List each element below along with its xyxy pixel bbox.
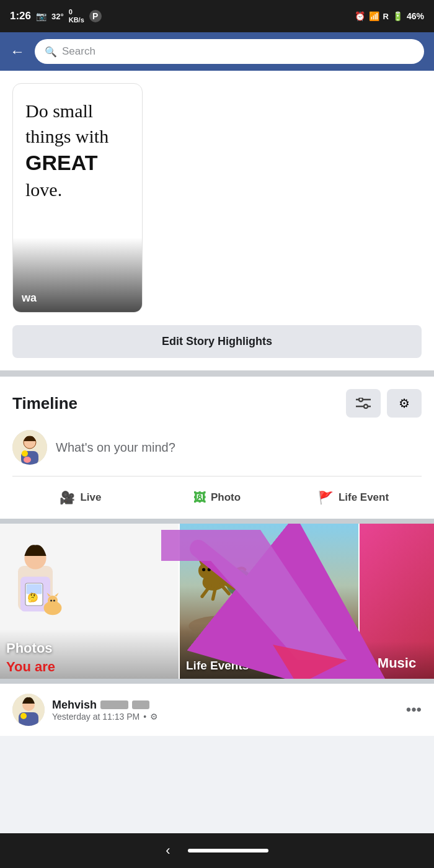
svg-point-28 bbox=[208, 568, 211, 571]
gear-icon: ⚙ bbox=[399, 396, 410, 411]
timeline-controls: ⚙ bbox=[346, 389, 422, 418]
timeline-header: Timeline ⚙ bbox=[12, 389, 422, 418]
battery-level: 46% bbox=[407, 11, 424, 21]
redacted-name-1 bbox=[100, 700, 128, 709]
more-options-button[interactable]: ••• bbox=[406, 701, 422, 718]
status-left: 1:26 📷 32° 0KB/s P bbox=[10, 8, 102, 24]
header: ← 🔍 Search bbox=[0, 32, 434, 71]
edit-highlights-button[interactable]: Edit Story Highlights bbox=[12, 325, 422, 358]
story-image-area: Do smallthings withGREAT love. wa bbox=[13, 84, 142, 312]
section-divider-1 bbox=[0, 370, 434, 377]
bottom-nav-bar: ‹ bbox=[0, 833, 434, 868]
timeline-section: Timeline ⚙ bbox=[0, 377, 434, 519]
battery-icon: 🔋 bbox=[392, 11, 403, 21]
svg-point-9 bbox=[24, 457, 31, 463]
post-preview: Mehvish Yesterday at 11:13 PM • ⚙ ••• bbox=[0, 684, 434, 736]
back-button[interactable]: ← bbox=[10, 43, 25, 60]
temp-display: 32° bbox=[51, 12, 64, 21]
svg-point-7 bbox=[22, 450, 28, 457]
p-icon: P bbox=[89, 10, 102, 22]
camera-icon: 📷 bbox=[36, 11, 46, 21]
story-card[interactable]: Do smallthings withGREAT love. wa bbox=[12, 83, 143, 313]
you-are-text: You are bbox=[6, 659, 55, 675]
user-avatar bbox=[12, 430, 47, 465]
signal-icon: R bbox=[383, 12, 389, 21]
svg-point-27 bbox=[202, 568, 205, 571]
post-author-avatar bbox=[12, 694, 45, 726]
action-buttons: 🎥 Live 🖼 Photo 🚩 Life Event bbox=[12, 477, 422, 519]
search-icon: 🔍 bbox=[45, 46, 57, 58]
search-bar[interactable]: 🔍 Search bbox=[35, 39, 424, 64]
settings-button[interactable]: ⚙ bbox=[387, 389, 422, 418]
live-icon: 🎥 bbox=[60, 490, 75, 505]
whats-on-mind-text: What's on your mind? bbox=[56, 441, 175, 455]
story-label: wa bbox=[22, 292, 37, 305]
status-bar: 1:26 📷 32° 0KB/s P ⏰ 📶 R 🔋 46% bbox=[0, 0, 434, 32]
story-text: Do smallthings withGREAT love. bbox=[13, 84, 142, 202]
timeline-title: Timeline bbox=[12, 394, 78, 413]
search-placeholder: Search bbox=[62, 45, 95, 58]
svg-point-3 bbox=[364, 405, 368, 408]
photos-label: Photos bbox=[6, 640, 53, 656]
svg-point-19 bbox=[53, 599, 55, 601]
svg-point-39 bbox=[20, 713, 27, 719]
whats-on-mind[interactable]: What's on your mind? bbox=[12, 430, 422, 477]
home-indicator[interactable] bbox=[188, 849, 268, 852]
photos-card-bg: 🤔 Photos You are bbox=[0, 524, 179, 679]
svg-text:🤔: 🤔 bbox=[27, 592, 38, 603]
section-divider-2 bbox=[0, 519, 434, 524]
live-button[interactable]: 🎥 Live bbox=[12, 484, 149, 511]
post-meta: Yesterday at 11:13 PM • ⚙ bbox=[52, 712, 158, 722]
section-divider-3 bbox=[0, 679, 434, 684]
life-event-button[interactable]: 🚩 Life Event bbox=[285, 484, 422, 511]
music-highlight[interactable]: Music bbox=[360, 524, 434, 679]
live-label: Live bbox=[80, 491, 101, 504]
photo-button[interactable]: 🖼 Photo bbox=[149, 485, 285, 511]
status-time: 1:26 bbox=[10, 10, 31, 22]
system-back-button[interactable]: ‹ bbox=[166, 843, 170, 859]
photos-highlight[interactable]: 🤔 Photos You are bbox=[0, 524, 180, 679]
svg-marker-26 bbox=[210, 557, 215, 564]
cat-card-bg: If you have crazy friends You have every… bbox=[180, 524, 358, 679]
post-author-name: Mehvish bbox=[52, 699, 158, 712]
life-events-label: Life Events bbox=[186, 659, 249, 673]
filter-button[interactable] bbox=[346, 389, 381, 418]
music-label: Music bbox=[360, 655, 434, 671]
post-gear-icon: ⚙ bbox=[150, 712, 158, 722]
svg-point-24 bbox=[198, 563, 215, 579]
svg-point-1 bbox=[359, 398, 363, 401]
svg-point-17 bbox=[48, 596, 58, 606]
post-user: Mehvish Yesterday at 11:13 PM • ⚙ bbox=[12, 694, 158, 726]
photo-icon: 🖼 bbox=[193, 491, 206, 505]
life-event-icon: 🚩 bbox=[318, 490, 334, 505]
photo-label: Photo bbox=[211, 491, 241, 504]
life-event-label: Life Event bbox=[339, 491, 389, 504]
data-speed: 0KB/s bbox=[69, 8, 84, 24]
music-card-bg: Music bbox=[360, 524, 434, 679]
life-events-highlight[interactable]: If you have crazy friends You have every… bbox=[180, 524, 360, 679]
svg-point-18 bbox=[50, 599, 52, 601]
post-info: Mehvish Yesterday at 11:13 PM • ⚙ bbox=[52, 699, 158, 722]
alarm-icon: ⏰ bbox=[355, 11, 365, 21]
story-section: Do smallthings withGREAT love. wa Edit S… bbox=[0, 71, 434, 370]
wifi-icon: 📶 bbox=[369, 11, 379, 21]
status-right: ⏰ 📶 R 🔋 46% bbox=[355, 11, 424, 21]
redacted-name-2 bbox=[132, 700, 149, 709]
highlights-grid: 🤔 Photos You are bbox=[0, 524, 434, 679]
post-header: Mehvish Yesterday at 11:13 PM • ⚙ ••• bbox=[12, 694, 422, 726]
